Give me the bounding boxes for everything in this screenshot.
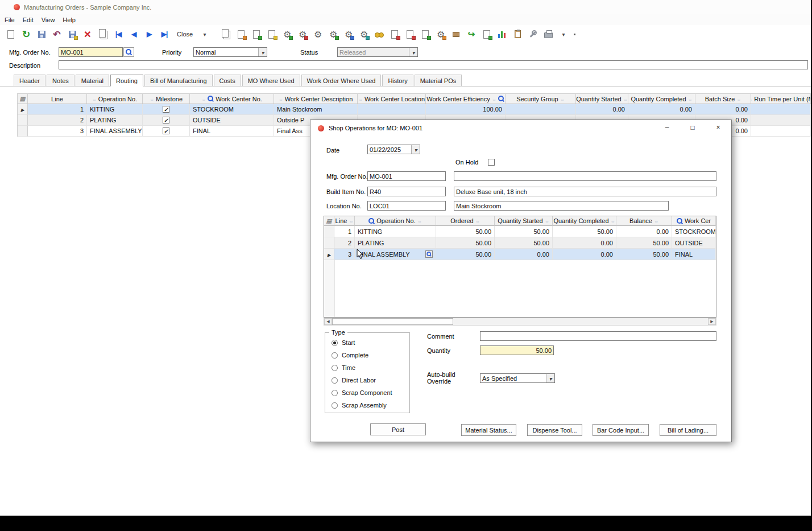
mfg-order-search-button[interactable] <box>123 47 134 57</box>
priority-select[interactable]: Normal <box>193 47 267 57</box>
grid-corner-cell[interactable] <box>324 216 334 226</box>
cell-description[interactable]: Main Stockroom <box>274 104 358 115</box>
verify-icon[interactable] <box>418 27 433 42</box>
first-record-icon[interactable] <box>111 27 126 42</box>
cell-qty-completed[interactable]: 0.00 <box>628 104 695 115</box>
cell-work-center[interactable]: STOCKROOM <box>672 226 716 237</box>
table-row[interactable]: 3 FINAL ASSEMBLY 50.00 0.00 0.00 50.00 F… <box>324 249 716 260</box>
bar-code-input-button[interactable]: Bar Code Input... <box>593 424 649 436</box>
cell-qty-started[interactable]: 50.00 <box>495 226 553 237</box>
tab-material[interactable]: Material <box>76 75 109 87</box>
sort-icon[interactable] <box>623 96 628 102</box>
column-header-milestone[interactable]: Milestone <box>143 94 190 104</box>
description-input[interactable] <box>59 60 808 69</box>
save-icon[interactable] <box>34 27 49 42</box>
paste-icon[interactable] <box>234 27 248 42</box>
scroll-right-icon[interactable]: ▶ <box>708 318 716 325</box>
on-hold-checkbox[interactable] <box>488 159 495 166</box>
menu-view[interactable]: View <box>42 15 60 24</box>
radio-option-direct-labor[interactable]: Direct Labor <box>332 377 376 384</box>
mfg-order-input[interactable]: MO-001 <box>59 47 123 57</box>
next-record-icon[interactable] <box>142 27 156 42</box>
cell-operation[interactable]: FINAL ASSEMBLY <box>87 126 143 137</box>
lookup-icon[interactable] <box>368 218 375 224</box>
sort-icon[interactable] <box>349 217 353 224</box>
radio-option-time[interactable]: Time <box>332 364 355 371</box>
copy-icon[interactable] <box>96 27 110 42</box>
column-header-operation[interactable]: Operation No. <box>355 216 436 226</box>
sort-icon[interactable] <box>475 217 480 224</box>
radio-option-complete[interactable]: Complete <box>332 352 368 359</box>
close-icon[interactable]: × <box>710 122 727 133</box>
column-header-work-center-location[interactable]: Work Center Location <box>358 94 426 104</box>
cell-balance[interactable]: 0.00 <box>616 226 672 237</box>
sort-icon[interactable] <box>492 96 496 102</box>
cell-milestone[interactable] <box>143 104 190 115</box>
cell-balance[interactable]: 50.00 <box>616 237 672 249</box>
print-icon[interactable] <box>541 27 556 42</box>
autobuild-select[interactable]: As Specified <box>480 373 555 383</box>
cell-operation[interactable]: KITTING <box>87 104 143 115</box>
tab-mo-where-used[interactable]: MO Where Used <box>242 75 300 87</box>
sort-icon[interactable] <box>654 217 658 224</box>
cell-line[interactable]: 1 <box>334 226 355 237</box>
column-header-operation[interactable]: Operation No. <box>87 94 143 104</box>
column-header-batch-size[interactable]: Batch Size <box>695 94 751 104</box>
column-header-line[interactable]: Line <box>334 216 355 226</box>
sort-icon[interactable] <box>417 217 422 224</box>
cell-operation[interactable]: PLATING <box>355 237 436 249</box>
sort-icon[interactable] <box>545 217 549 224</box>
new-document-icon[interactable] <box>3 27 18 42</box>
process-gear-icon[interactable] <box>433 27 448 42</box>
column-header-work-center[interactable]: Work Cer <box>672 216 716 226</box>
tools-icon[interactable] <box>525 27 540 42</box>
column-header-run-time[interactable]: Run Time per Unit (M <box>751 94 811 104</box>
cell-ordered[interactable]: 50.00 <box>436 249 495 260</box>
column-header-line[interactable]: Line <box>28 94 87 104</box>
radio-icon[interactable] <box>332 402 338 409</box>
column-header-quantity-started[interactable]: Quantity Started <box>495 216 553 226</box>
location-input[interactable]: LOC01 <box>367 201 446 211</box>
close-dropdown-icon[interactable] <box>197 27 212 42</box>
material-status-button[interactable]: Material Status... <box>461 424 516 436</box>
cell-milestone[interactable] <box>143 126 190 137</box>
radio-icon[interactable] <box>332 377 338 384</box>
cell-run-time[interactable] <box>751 126 811 137</box>
checklist-icon[interactable] <box>403 27 417 42</box>
cell-efficiency[interactable]: 100.00 <box>426 104 506 115</box>
tab-history[interactable]: History <box>382 75 413 87</box>
tab-bill-of-manufacturing[interactable]: Bill of Manufacturing <box>144 75 213 87</box>
build-item-desc-input[interactable]: Deluxe Base unit, 18 inch <box>454 187 716 196</box>
scrollbar-thumb[interactable] <box>332 318 453 325</box>
post-button[interactable]: Post <box>370 423 426 435</box>
cell-milestone[interactable] <box>143 115 190 126</box>
sort-icon[interactable] <box>751 96 752 102</box>
tab-material-pos[interactable]: Material POs <box>415 75 462 87</box>
cell-batch[interactable]: 0.00 <box>695 104 751 115</box>
sort-icon[interactable] <box>279 96 283 102</box>
date-select[interactable]: 01/22/2025 <box>367 145 420 154</box>
scroll-left-icon[interactable]: ◀ <box>324 318 332 325</box>
build-item-input[interactable]: R40 <box>367 187 446 196</box>
last-record-icon[interactable] <box>157 27 172 42</box>
cell-line[interactable]: 2 <box>334 237 355 249</box>
chevron-down-icon[interactable] <box>546 374 554 382</box>
delete-icon[interactable] <box>80 27 95 42</box>
radio-option-scrap-component[interactable]: Scrap Component <box>332 389 392 396</box>
gear-settings-icon[interactable] <box>341 27 356 42</box>
lookup-icon[interactable] <box>677 218 683 224</box>
cell-qty-completed[interactable]: 0.00 <box>553 237 616 249</box>
table-row[interactable]: 1 KITTING STOCKROOM Main Stockroom 100.0… <box>18 104 811 115</box>
lookup-icon[interactable] <box>498 96 504 102</box>
gear-build-icon[interactable] <box>280 27 295 42</box>
cell-work-center[interactable]: FINAL <box>190 126 274 137</box>
column-header-balance[interactable]: Balance <box>616 216 672 226</box>
chevron-down-icon[interactable] <box>411 145 420 154</box>
radio-icon[interactable] <box>332 365 338 371</box>
grid-corner-cell[interactable] <box>18 94 28 104</box>
table-row[interactable]: 1 KITTING 50.00 50.00 50.00 0.00 STOCKRO… <box>324 226 716 237</box>
sort-icon[interactable] <box>611 217 615 224</box>
cell-qty-started[interactable]: 0.00 <box>495 249 553 260</box>
cell-ordered[interactable]: 50.00 <box>436 226 495 237</box>
radio-icon[interactable] <box>332 390 338 396</box>
